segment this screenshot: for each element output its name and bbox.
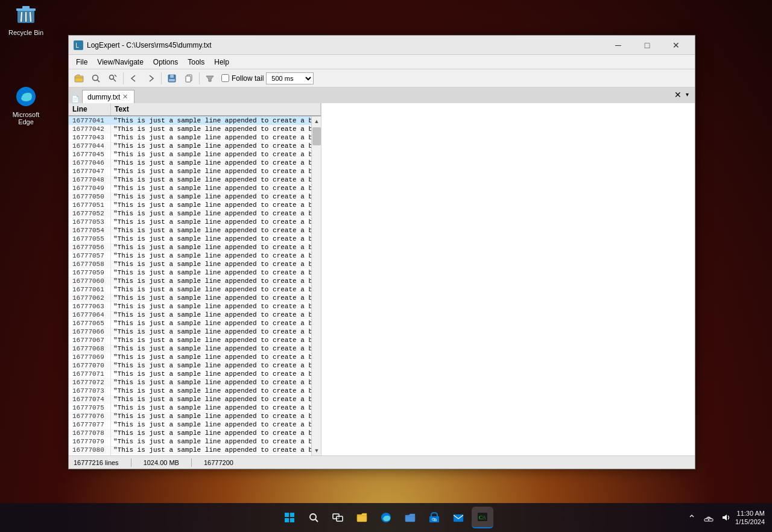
table-row[interactable]: 16777081"This is just a sample line appe… xyxy=(69,454,311,455)
tab-close-button[interactable]: ✕ xyxy=(122,93,128,101)
scrollbar-thumb[interactable] xyxy=(312,127,321,145)
recycle-bin-label: Recycle Bin xyxy=(8,29,43,36)
cell-text: "This is just a sample line appended to … xyxy=(111,125,311,133)
taskbar-mail-icon[interactable] xyxy=(448,507,469,528)
svg-rect-9 xyxy=(75,76,83,82)
menu-options[interactable]: Options xyxy=(148,57,183,68)
table-row[interactable]: 16777064"This is just a sample line appe… xyxy=(69,311,311,319)
tray-arrow-icon[interactable] xyxy=(685,510,699,525)
cell-line: 16777056 xyxy=(69,243,111,252)
table-row[interactable]: 16777055"This is just a sample line appe… xyxy=(69,235,311,243)
table-row[interactable]: 16777076"This is just a sample line appe… xyxy=(69,412,311,420)
taskview-button[interactable] xyxy=(327,507,349,528)
status-line-count: 16777216 lines xyxy=(74,459,119,466)
table-row[interactable]: 16777053"This is just a sample line appe… xyxy=(69,218,311,226)
toolbar-search2-button[interactable] xyxy=(105,71,121,86)
follow-tail-label[interactable]: Follow tail xyxy=(232,74,264,83)
table-row[interactable]: 16777075"This is just a sample line appe… xyxy=(69,404,311,412)
table-row[interactable]: 16777068"This is just a sample line appe… xyxy=(69,344,311,353)
table-row[interactable]: 16777046"This is just a sample line appe… xyxy=(69,159,311,167)
tail-interval-dropdown[interactable]: 500 ms 1 s 2 s xyxy=(266,72,314,84)
table-row[interactable]: 16777056"This is just a sample line appe… xyxy=(69,243,311,252)
vertical-scrollbar[interactable]: ▲ ▼ xyxy=(311,116,321,455)
close-button[interactable]: ✕ xyxy=(662,36,690,55)
table-row[interactable]: 16777045"This is just a sample line appe… xyxy=(69,150,311,159)
table-row[interactable]: 16777077"This is just a sample line appe… xyxy=(69,420,311,429)
tab-dummy-txt[interactable]: dummy.txt ✕ xyxy=(82,90,134,103)
cell-line: 16777045 xyxy=(69,150,111,159)
taskbar-store-icon[interactable]: 🛍 xyxy=(423,507,445,528)
table-row[interactable]: 16777051"This is just a sample line appe… xyxy=(69,201,311,209)
table-row[interactable]: 16777058"This is just a sample line appe… xyxy=(69,260,311,268)
cell-line: 16777076 xyxy=(69,412,111,420)
msedge-desktop-icon[interactable]: MicrosoftEdge xyxy=(5,84,47,125)
tab-close-all-button[interactable]: ✕ xyxy=(674,90,682,100)
tray-volume-icon[interactable] xyxy=(718,510,733,525)
table-row[interactable]: 16777042"This is just a sample line appe… xyxy=(69,125,311,133)
table-row[interactable]: 16777054"This is just a sample line appe… xyxy=(69,226,311,235)
maximize-button[interactable]: □ xyxy=(633,36,661,55)
minimize-button[interactable]: ─ xyxy=(604,36,632,55)
svg-rect-27 xyxy=(337,516,343,521)
table-row[interactable]: 16777060"This is just a sample line appe… xyxy=(69,277,311,285)
taskbar-logexpert-icon[interactable]: C:\ xyxy=(472,507,493,528)
taskbar-explorer-icon[interactable] xyxy=(351,507,373,528)
scroll-up-button[interactable]: ▲ xyxy=(312,116,321,126)
recycle-bin-icon[interactable]: Recycle Bin xyxy=(5,2,47,36)
table-row[interactable]: 16777079"This is just a sample line appe… xyxy=(69,437,311,446)
taskbar-search-button[interactable] xyxy=(303,507,324,528)
table-row[interactable]: 16777048"This is just a sample line appe… xyxy=(69,176,311,184)
table-row[interactable]: 16777066"This is just a sample line appe… xyxy=(69,328,311,336)
scroll-down-button[interactable]: ▼ xyxy=(312,446,321,455)
table-row[interactable]: 16777080"This is just a sample line appe… xyxy=(69,446,311,454)
toolbar-back-button[interactable] xyxy=(126,71,142,86)
table-row[interactable]: 16777067"This is just a sample line appe… xyxy=(69,336,311,344)
scrollbar-track[interactable] xyxy=(312,126,321,446)
table-row[interactable]: 16777052"This is just a sample line appe… xyxy=(69,209,311,218)
log-body[interactable]: 16777041"This is just a sample line appe… xyxy=(69,116,311,455)
svg-line-5 xyxy=(30,12,31,22)
toolbar-save-button[interactable] xyxy=(164,71,180,86)
table-row[interactable]: 16777044"This is just a sample line appe… xyxy=(69,142,311,150)
table-row[interactable]: 16777072"This is just a sample line appe… xyxy=(69,378,311,387)
menu-help[interactable]: Help xyxy=(209,57,234,68)
tab-dropdown-button[interactable]: ▾ xyxy=(682,89,692,100)
menu-file[interactable]: File xyxy=(71,57,92,68)
cell-text: "This is just a sample line appended to … xyxy=(111,285,311,294)
toolbar-open-button[interactable] xyxy=(71,71,87,86)
menu-view[interactable]: View/Navigate xyxy=(92,57,148,68)
menu-tools[interactable]: Tools xyxy=(183,57,209,68)
table-row[interactable]: 16777057"This is just a sample line appe… xyxy=(69,252,311,260)
cell-line: 16777058 xyxy=(69,260,111,268)
follow-tail-checkbox[interactable] xyxy=(221,74,229,82)
table-row[interactable]: 16777071"This is just a sample line appe… xyxy=(69,370,311,378)
table-row[interactable]: 16777059"This is just a sample line appe… xyxy=(69,268,311,277)
toolbar-forward-button[interactable] xyxy=(143,71,159,86)
table-row[interactable]: 16777070"This is just a sample line appe… xyxy=(69,361,311,370)
table-row[interactable]: 16777043"This is just a sample line appe… xyxy=(69,133,311,142)
toolbar-filter-button[interactable] xyxy=(202,71,218,86)
table-row[interactable]: 16777065"This is just a sample line appe… xyxy=(69,319,311,328)
cell-line: 16777051 xyxy=(69,201,111,209)
system-clock[interactable]: 11:30 AM 1/15/2024 xyxy=(735,509,765,527)
toolbar-search-button[interactable] xyxy=(88,71,104,86)
table-row[interactable]: 16777061"This is just a sample line appe… xyxy=(69,285,311,294)
cell-line: 16777047 xyxy=(69,167,111,176)
table-row[interactable]: 16777069"This is just a sample line appe… xyxy=(69,353,311,361)
table-row[interactable]: 16777074"This is just a sample line appe… xyxy=(69,395,311,404)
table-row[interactable]: 16777047"This is just a sample line appe… xyxy=(69,167,311,176)
table-row[interactable]: 16777078"This is just a sample line appe… xyxy=(69,429,311,437)
table-row[interactable]: 16777050"This is just a sample line appe… xyxy=(69,192,311,201)
table-row[interactable]: 16777049"This is just a sample line appe… xyxy=(69,184,311,192)
start-button[interactable] xyxy=(279,507,300,528)
taskbar-folder-icon[interactable] xyxy=(399,507,421,528)
toolbar-copy-button[interactable] xyxy=(181,71,197,86)
table-row[interactable]: 16777041"This is just a sample line appe… xyxy=(69,116,311,125)
table-row[interactable]: 16777062"This is just a sample line appe… xyxy=(69,294,311,302)
table-row[interactable]: 16777073"This is just a sample line appe… xyxy=(69,387,311,395)
svg-rect-20 xyxy=(285,513,289,517)
taskbar-edge-icon[interactable] xyxy=(375,507,397,528)
cell-line: 16777057 xyxy=(69,252,111,260)
tray-network-icon[interactable] xyxy=(701,510,716,525)
table-row[interactable]: 16777063"This is just a sample line appe… xyxy=(69,302,311,311)
